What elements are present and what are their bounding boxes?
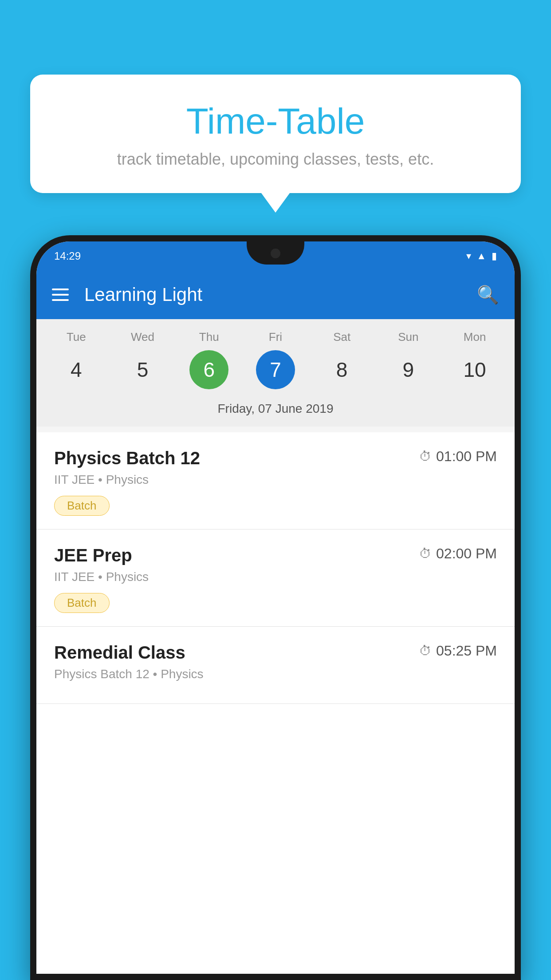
day-number[interactable]: 8	[323, 350, 362, 389]
day-label: Tue	[67, 330, 86, 344]
day-label: Thu	[199, 330, 219, 344]
schedule-item-subtitle: IIT JEE • Physics	[54, 473, 497, 487]
schedule-item-subtitle: Physics Batch 12 • Physics	[54, 667, 497, 681]
day-label: Wed	[131, 330, 154, 344]
tooltip-subtitle: track timetable, upcoming classes, tests…	[52, 150, 499, 169]
status-bar: 14:29 ▾ ▲ ▮	[36, 241, 515, 270]
schedule-item[interactable]: Physics Batch 12⏱01:00 PMIIT JEE • Physi…	[36, 432, 515, 530]
day-label: Fri	[269, 330, 282, 344]
day-number[interactable]: 10	[455, 350, 494, 389]
schedule-item-time: ⏱01:00 PM	[419, 448, 497, 465]
clock-icon: ⏱	[419, 449, 432, 464]
tooltip-title: Time-Table	[52, 101, 499, 141]
batch-badge: Batch	[54, 593, 110, 613]
schedule-item-title: Remedial Class	[54, 643, 185, 663]
camera-dot	[271, 249, 280, 258]
calendar-strip: Tue4Wed5Thu6Fri7Sat8Sun9Mon10 Friday, 07…	[36, 319, 515, 427]
selected-date: Friday, 07 June 2019	[36, 397, 515, 419]
schedule-item[interactable]: Remedial Class⏱05:25 PMPhysics Batch 12 …	[36, 627, 515, 704]
schedule-item-title: JEE Prep	[54, 545, 132, 565]
battery-icon: ▮	[492, 250, 497, 262]
app-title: Learning Light	[84, 284, 477, 305]
day-number[interactable]: 9	[389, 350, 428, 389]
search-icon[interactable]: 🔍	[477, 285, 499, 305]
day-label: Sat	[333, 330, 350, 344]
time-text: 01:00 PM	[436, 448, 497, 465]
day-label: Mon	[464, 330, 486, 344]
day-number[interactable]: 5	[123, 350, 162, 389]
days-row: Tue4Wed5Thu6Fri7Sat8Sun9Mon10	[36, 330, 515, 389]
tooltip-card: Time-Table track timetable, upcoming cla…	[30, 75, 521, 193]
signal-icon: ▲	[476, 250, 486, 262]
day-col[interactable]: Fri7	[247, 330, 304, 389]
status-time: 14:29	[54, 250, 81, 262]
day-col[interactable]: Sun9	[379, 330, 437, 389]
time-text: 05:25 PM	[436, 643, 497, 659]
phone-frame: 14:29 ▾ ▲ ▮ Learning Light 🔍 Tue4Wed5Thu…	[30, 235, 521, 980]
clock-icon: ⏱	[419, 546, 432, 561]
schedule-item-header: Remedial Class⏱05:25 PM	[54, 643, 497, 663]
hamburger-icon[interactable]	[52, 288, 69, 301]
notch-cutout	[247, 241, 304, 265]
schedule-item-title: Physics Batch 12	[54, 448, 200, 468]
app-bar: Learning Light 🔍	[36, 270, 515, 319]
schedule-item-time: ⏱05:25 PM	[419, 643, 497, 659]
wifi-icon: ▾	[466, 250, 471, 262]
day-col[interactable]: Wed5	[114, 330, 172, 389]
batch-badge: Batch	[54, 496, 110, 516]
time-text: 02:00 PM	[436, 545, 497, 562]
schedule-item[interactable]: JEE Prep⏱02:00 PMIIT JEE • PhysicsBatch	[36, 530, 515, 627]
day-col[interactable]: Mon10	[446, 330, 504, 389]
day-label: Sun	[398, 330, 418, 344]
day-col[interactable]: Thu6	[180, 330, 238, 389]
schedule-item-subtitle: IIT JEE • Physics	[54, 570, 497, 584]
day-number[interactable]: 7	[256, 350, 295, 389]
status-icons: ▾ ▲ ▮	[466, 250, 497, 262]
day-number[interactable]: 4	[57, 350, 96, 389]
day-col[interactable]: Sat8	[313, 330, 371, 389]
day-number[interactable]: 6	[189, 350, 228, 389]
day-col[interactable]: Tue4	[47, 330, 105, 389]
clock-icon: ⏱	[419, 644, 432, 658]
schedule-item-time: ⏱02:00 PM	[419, 545, 497, 562]
schedule-container: Physics Batch 12⏱01:00 PMIIT JEE • Physi…	[36, 432, 515, 974]
phone-inner: 14:29 ▾ ▲ ▮ Learning Light 🔍 Tue4Wed5Thu…	[36, 241, 515, 974]
schedule-item-header: JEE Prep⏱02:00 PM	[54, 545, 497, 565]
schedule-item-header: Physics Batch 12⏱01:00 PM	[54, 448, 497, 468]
